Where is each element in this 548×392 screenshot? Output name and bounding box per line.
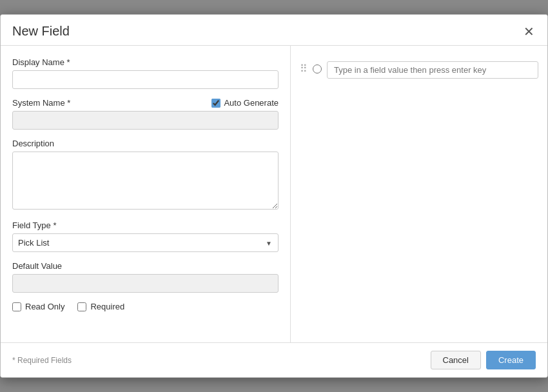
picklist-radio[interactable] [313, 64, 322, 74]
dialog-body: Display Name * System Name * Auto Genera… [1, 46, 547, 342]
default-value-label: Default Value [12, 261, 279, 271]
field-type-select[interactable]: Pick List Text Number Date Boolean [12, 233, 279, 252]
default-value-input[interactable] [12, 274, 279, 293]
cancel-button[interactable]: Cancel [431, 351, 481, 369]
description-group: Description [12, 139, 279, 211]
display-name-group: Display Name * [12, 57, 279, 89]
read-only-checkbox[interactable] [12, 302, 21, 311]
left-panel: Display Name * System Name * Auto Genera… [1, 46, 291, 342]
footer-buttons: Cancel Create [431, 351, 536, 369]
required-checkbox[interactable] [77, 302, 86, 311]
field-type-group: Field Type * Pick List Text Number Date … [12, 220, 279, 252]
drag-handle-icon: ⠿ [300, 61, 308, 74]
system-name-group: System Name * Auto Generate [12, 98, 279, 130]
required-label[interactable]: Required [90, 302, 124, 311]
right-panel: ⠿ [291, 46, 547, 342]
dialog-title: New Field [12, 24, 70, 39]
read-only-item[interactable]: Read Only [12, 302, 64, 311]
create-button[interactable]: Create [486, 351, 536, 369]
picklist-value-input[interactable] [327, 61, 538, 79]
description-input[interactable] [12, 152, 279, 210]
required-item[interactable]: Required [77, 302, 124, 311]
default-value-group: Default Value [12, 261, 279, 293]
checkbox-row: Read Only Required [12, 302, 279, 311]
new-field-dialog: New Field ✕ Display Name * System Name * [0, 14, 548, 378]
field-type-label: Field Type * [12, 220, 279, 230]
display-name-input[interactable] [12, 70, 279, 89]
close-button[interactable]: ✕ [522, 25, 536, 38]
system-name-row: System Name * Auto Generate [12, 98, 279, 108]
auto-generate-label[interactable]: Auto Generate [211, 98, 279, 108]
auto-generate-checkbox[interactable] [211, 99, 220, 108]
dialog-footer: * Required Fields Cancel Create [1, 342, 547, 377]
required-note: * Required Fields [12, 356, 72, 365]
read-only-label[interactable]: Read Only [25, 302, 64, 311]
dialog-header: New Field ✕ [1, 15, 547, 46]
system-name-input[interactable] [12, 111, 279, 130]
field-type-select-wrapper: Pick List Text Number Date Boolean [12, 233, 279, 252]
picklist-area: ⠿ [300, 57, 538, 79]
system-name-label: System Name * [12, 98, 70, 108]
display-name-label: Display Name * [12, 57, 279, 67]
description-label: Description [12, 139, 279, 148]
